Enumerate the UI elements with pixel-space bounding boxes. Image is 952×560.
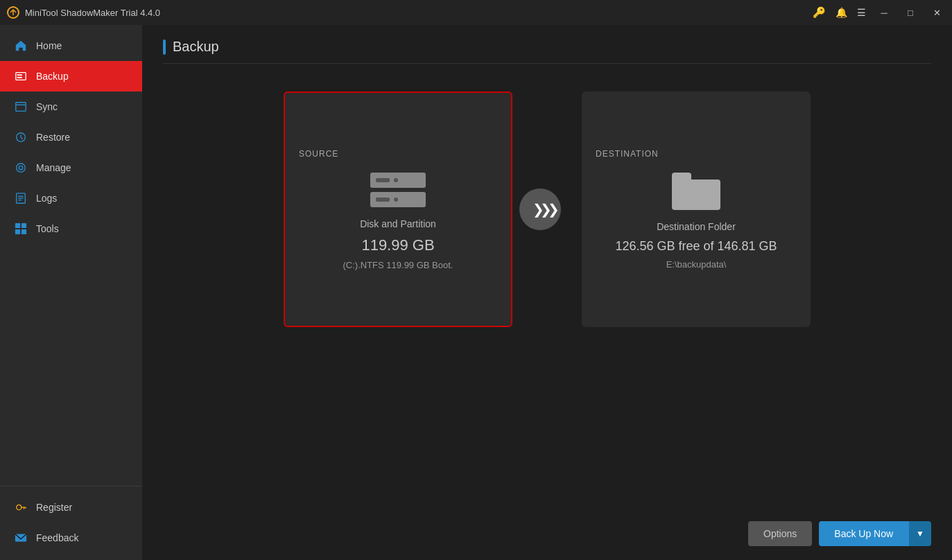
- arrow-button: ❯❯❯: [519, 189, 561, 230]
- sidebar-label-register: Register: [36, 502, 72, 513]
- backup-now-button[interactable]: Back Up Now: [819, 521, 908, 546]
- destination-type-label: Destination Folder: [657, 221, 736, 232]
- content-area: Backup SOURCE Disk and Partition 119.99 …: [142, 25, 952, 560]
- disk-stripe-2: [370, 192, 426, 207]
- window-controls: 🔑 🔔 ☰ ─ □ ✕: [813, 4, 945, 21]
- app-body: Home Backup: [0, 25, 952, 560]
- sync-icon: [14, 100, 28, 114]
- backup-icon: [14, 69, 28, 83]
- footer-buttons: Options Back Up Now ▼: [748, 521, 931, 546]
- menu-icon[interactable]: ☰: [857, 7, 866, 18]
- svg-point-7: [17, 164, 26, 173]
- sidebar-label-manage: Manage: [36, 162, 71, 173]
- svg-rect-14: [21, 223, 26, 228]
- sidebar-label-home: Home: [36, 40, 62, 51]
- close-button[interactable]: ✕: [928, 4, 945, 21]
- backup-now-group: Back Up Now ▼: [819, 521, 931, 546]
- backup-cards: SOURCE Disk and Partition 119.99 GB (C:)…: [163, 91, 931, 327]
- sidebar-item-restore[interactable]: Restore: [0, 122, 142, 152]
- svg-point-8: [19, 166, 22, 169]
- source-label: SOURCE: [299, 149, 338, 159]
- sidebar: Home Backup: [0, 25, 142, 560]
- svg-rect-2: [17, 74, 22, 76]
- source-card[interactable]: SOURCE Disk and Partition 119.99 GB (C:)…: [284, 91, 512, 327]
- source-detail: (C:).NTFS 119.99 GB Boot.: [343, 260, 453, 270]
- source-type-label: Disk and Partition: [360, 218, 436, 229]
- page-title: Backup: [173, 39, 219, 55]
- svg-rect-1: [16, 73, 26, 80]
- destination-detail: E:\backupdata\: [666, 259, 727, 270]
- source-size: 119.99 GB: [361, 236, 434, 254]
- logs-icon: [14, 191, 28, 205]
- sidebar-bottom: Register Feedback: [0, 486, 142, 560]
- sidebar-item-logs[interactable]: Logs: [0, 183, 142, 213]
- bell-icon[interactable]: 🔔: [836, 7, 847, 18]
- feedback-icon: [14, 531, 28, 545]
- folder-body: [672, 180, 720, 210]
- sidebar-item-backup[interactable]: Backup: [0, 61, 142, 91]
- folder-icon: [672, 173, 720, 210]
- svg-rect-3: [17, 77, 22, 78]
- header-bar-accent: [163, 40, 166, 55]
- title-bar: MiniTool ShadowMaker Trial 4.4.0 🔑 🔔 ☰ ─…: [0, 0, 952, 25]
- sidebar-label-restore: Restore: [36, 132, 70, 143]
- sidebar-item-home[interactable]: Home: [0, 30, 142, 61]
- sidebar-item-feedback[interactable]: Feedback: [0, 523, 142, 553]
- destination-label: DESTINATION: [596, 149, 659, 159]
- key-icon[interactable]: 🔑: [813, 6, 826, 19]
- app-title: MiniTool ShadowMaker Trial 4.4.0: [25, 8, 813, 18]
- backup-now-dropdown[interactable]: ▼: [908, 521, 931, 546]
- manage-icon: [14, 161, 28, 175]
- sidebar-label-tools: Tools: [36, 223, 59, 234]
- svg-point-17: [17, 505, 21, 509]
- sidebar-label-backup: Backup: [36, 71, 69, 82]
- sidebar-nav: Home Backup: [0, 25, 142, 486]
- home-icon: [14, 39, 28, 53]
- app-icon: [7, 6, 19, 19]
- disk-stripe-1: [370, 173, 426, 188]
- svg-rect-16: [21, 229, 26, 234]
- svg-rect-13: [15, 223, 20, 228]
- destination-size: 126.56 GB free of 146.81 GB: [615, 239, 777, 254]
- sidebar-item-manage[interactable]: Manage: [0, 152, 142, 183]
- page-header: Backup: [163, 39, 931, 64]
- sidebar-item-sync[interactable]: Sync: [0, 91, 142, 122]
- sidebar-item-tools[interactable]: Tools: [0, 213, 142, 244]
- restore-icon: [14, 130, 28, 144]
- disk-icon: [370, 173, 426, 207]
- destination-card[interactable]: DESTINATION Destination Folder 126.56 GB…: [582, 91, 811, 327]
- maximize-button[interactable]: □: [902, 4, 919, 21]
- sidebar-item-register[interactable]: Register: [0, 492, 142, 523]
- tools-icon: [14, 222, 28, 236]
- options-button[interactable]: Options: [748, 521, 812, 546]
- sidebar-label-feedback: Feedback: [36, 532, 78, 543]
- chevron-right-icon: ❯❯❯: [528, 201, 555, 218]
- sidebar-label-sync: Sync: [36, 101, 58, 112]
- svg-rect-4: [16, 103, 26, 112]
- minimize-button[interactable]: ─: [876, 4, 892, 21]
- key-icon: [14, 500, 28, 514]
- svg-rect-15: [15, 229, 20, 234]
- sidebar-label-logs: Logs: [36, 193, 57, 204]
